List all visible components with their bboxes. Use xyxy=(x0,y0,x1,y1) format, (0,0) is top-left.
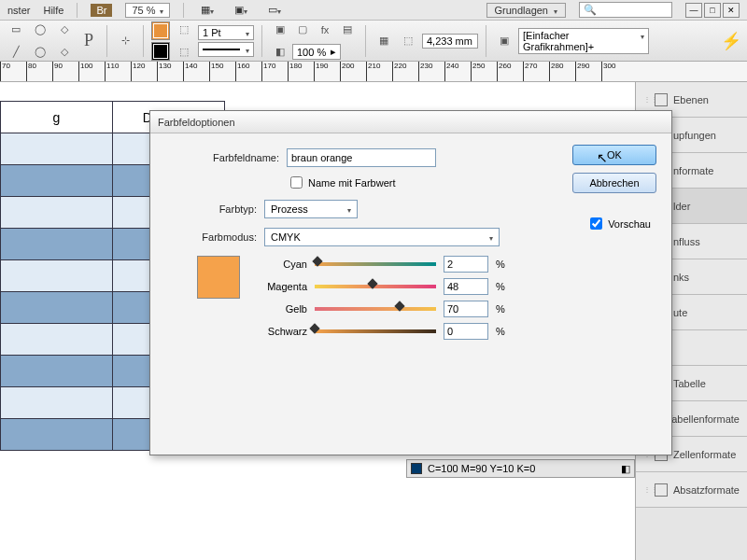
quick-apply-icon[interactable]: ⚡ xyxy=(721,31,741,51)
poly-tool-icon[interactable]: ◇ xyxy=(54,20,75,40)
preview-checkbox[interactable]: Vorschau xyxy=(590,217,651,230)
channel-label: Schwarz xyxy=(253,326,307,337)
opacity-input[interactable]: 100 %▸ xyxy=(292,44,341,60)
channel-label: Magenta xyxy=(253,281,307,292)
swatch-info-bar: C=100 M=90 Y=10 K=0 ◧ xyxy=(406,459,635,478)
stroke-weight-dropdown[interactable]: 1 Pt xyxy=(198,25,254,40)
frame-icon[interactable]: ⬚ xyxy=(398,31,418,51)
blend-icon[interactable]: ◧ xyxy=(270,42,290,63)
fill-swatch[interactable] xyxy=(151,21,170,40)
stroke-style-dropdown[interactable] xyxy=(198,42,254,57)
rect-tool-icon[interactable]: ▭ xyxy=(6,20,26,40)
poly2-icon[interactable]: ◇ xyxy=(54,42,75,63)
control-toolbar: ▭╱ ◯◯ ◇◇ P ⊹ ⬚⬚ 1 Pt ▣▢fx▤ ◧100 %▸ ▦ ⬚ 4… xyxy=(0,21,747,62)
colormode-dropdown[interactable]: CMYK xyxy=(264,228,500,246)
corner-icon[interactable]: ▢ xyxy=(292,20,313,40)
ellipse2-icon[interactable]: ◯ xyxy=(30,42,50,63)
colortype-dropdown[interactable]: Prozess xyxy=(264,200,358,218)
color-preview-swatch xyxy=(197,256,240,299)
cancel-button[interactable]: Abbrechen xyxy=(572,173,656,193)
arrange-icon[interactable]: ▭ xyxy=(264,0,285,21)
minimize-button[interactable]: — xyxy=(685,3,702,18)
paragraph-icon[interactable]: P xyxy=(78,31,99,51)
zoom-level[interactable]: 75 % xyxy=(125,3,169,18)
magenta-value-input[interactable] xyxy=(444,278,488,295)
colortype-label: Farbtyp: xyxy=(167,203,257,215)
swap-icon[interactable]: ⬚ xyxy=(174,20,194,40)
stroke-swatch[interactable] xyxy=(151,42,170,61)
schwarz-value-input[interactable] xyxy=(444,323,488,340)
screen-mode-icon[interactable]: ▣ xyxy=(231,0,251,21)
maximize-button[interactable]: □ xyxy=(704,3,721,18)
ok-button[interactable]: OK xyxy=(572,145,656,165)
align-icon[interactable]: ⊹ xyxy=(115,31,135,51)
text-wrap-icon[interactable]: ▦ xyxy=(374,31,394,51)
menu-bar: nster Hilfe Br 75 % ▦ ▣ ▭ Grundlagen 🔍 —… xyxy=(0,0,747,21)
menu-item[interactable]: Hilfe xyxy=(43,5,63,16)
ellipse-tool-icon[interactable]: ◯ xyxy=(30,20,50,40)
table-header: g xyxy=(1,102,113,133)
wrap-icon[interactable]: ▤ xyxy=(337,20,358,40)
channel-label: Cyan xyxy=(253,259,307,270)
apply-icon[interactable]: ⬚ xyxy=(174,42,194,63)
line-tool-icon[interactable]: ╱ xyxy=(6,42,26,63)
effects-btn-icon[interactable]: ▣ xyxy=(270,20,290,40)
panel-tab[interactable]: ⋮⋮Absatzformate xyxy=(636,472,747,508)
cyan-slider[interactable] xyxy=(315,259,436,269)
swatch-options-dialog: Farbfeldoptionen OK Abbrechen Vorschau F… xyxy=(149,110,672,455)
name-label: Farbfeldname: xyxy=(167,152,279,163)
workspace-dropdown[interactable]: Grundlagen xyxy=(486,3,567,18)
colormode-label: Farbmodus: xyxy=(167,231,257,243)
channel-label: Gelb xyxy=(253,303,307,315)
close-button[interactable]: ✕ xyxy=(723,3,740,18)
object-style-icon[interactable]: ▣ xyxy=(494,31,514,51)
horizontal-ruler: 7080901001101201301401501601701801902002… xyxy=(0,62,747,82)
view-options-icon[interactable]: ▦ xyxy=(197,0,218,21)
menu-item[interactable]: nster xyxy=(7,5,30,16)
magenta-slider[interactable] xyxy=(315,282,436,291)
swatch-preview-icon xyxy=(411,463,422,474)
swatch-name-input[interactable] xyxy=(287,148,436,167)
fx-icon[interactable]: fx xyxy=(315,20,335,40)
gelb-value-input[interactable] xyxy=(444,301,488,317)
schwarz-slider[interactable] xyxy=(315,327,436,336)
swatch-cmyk-icon: ◧ xyxy=(621,463,630,475)
bridge-button[interactable]: Br xyxy=(91,4,112,17)
swatch-formula: C=100 M=90 Y=10 K=0 xyxy=(428,463,535,474)
dialog-title: Farbfeldoptionen xyxy=(150,111,671,133)
cyan-value-input[interactable] xyxy=(444,256,488,273)
object-style-dropdown[interactable]: [Einfacher Grafikrahmen]+ xyxy=(518,28,649,54)
measure-input[interactable]: 4,233 mm xyxy=(422,34,478,49)
gelb-slider[interactable] xyxy=(315,304,436,314)
search-input[interactable]: 🔍 xyxy=(579,2,672,18)
